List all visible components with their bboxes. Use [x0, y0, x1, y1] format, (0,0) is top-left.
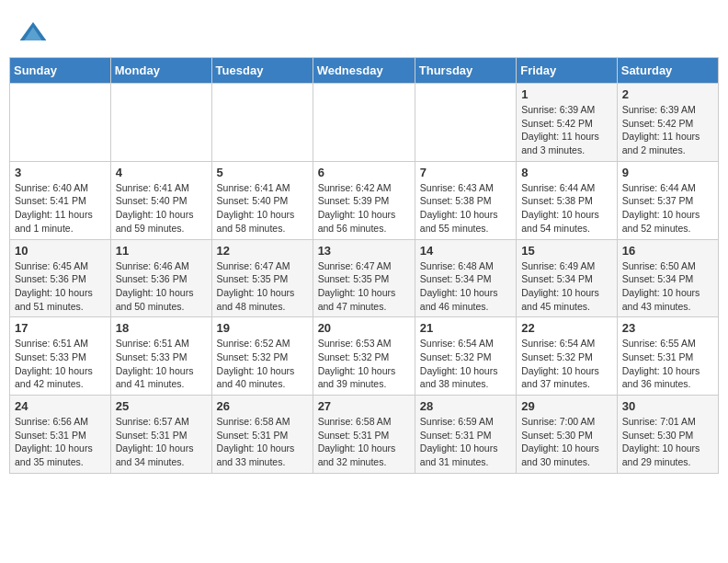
calendar-body: 1Sunrise: 6:39 AMSunset: 5:42 PMDaylight… [10, 84, 719, 474]
calendar-cell: 11Sunrise: 6:46 AMSunset: 5:36 PMDayligh… [110, 239, 211, 317]
day-number: 9 [622, 166, 713, 179]
calendar-cell: 20Sunrise: 6:53 AMSunset: 5:32 PMDayligh… [313, 317, 415, 396]
weekday-header-row: SundayMondayTuesdayWednesdayThursdayFrid… [10, 58, 719, 84]
day-number: 6 [318, 166, 410, 179]
calendar-cell: 13Sunrise: 6:47 AMSunset: 5:35 PMDayligh… [313, 239, 415, 317]
day-number: 19 [217, 321, 308, 335]
calendar-cell [10, 84, 111, 162]
calendar-cell: 18Sunrise: 6:51 AMSunset: 5:33 PMDayligh… [110, 317, 211, 396]
day-number: 4 [116, 166, 207, 179]
calendar-cell: 29Sunrise: 7:00 AMSunset: 5:30 PMDayligh… [517, 396, 618, 474]
day-info: Sunrise: 6:44 AMSunset: 5:37 PMDaylight:… [622, 181, 713, 236]
day-info: Sunrise: 6:42 AMSunset: 5:39 PMDaylight:… [318, 181, 410, 236]
day-number: 7 [420, 166, 511, 179]
day-number: 11 [116, 244, 207, 258]
day-number: 16 [622, 244, 713, 258]
calendar-cell: 8Sunrise: 6:44 AMSunset: 5:38 PMDaylight… [517, 161, 618, 239]
day-info: Sunrise: 7:01 AMSunset: 5:30 PMDaylight:… [622, 415, 713, 469]
day-info: Sunrise: 6:56 AMSunset: 5:31 PMDaylight:… [15, 415, 106, 469]
calendar-cell: 22Sunrise: 6:54 AMSunset: 5:32 PMDayligh… [517, 317, 618, 396]
day-info: Sunrise: 6:39 AMSunset: 5:42 PMDaylight:… [622, 103, 713, 157]
day-number: 15 [521, 244, 612, 258]
day-info: Sunrise: 6:58 AMSunset: 5:31 PMDaylight:… [217, 415, 308, 469]
day-number: 28 [420, 399, 511, 413]
day-number: 20 [318, 321, 410, 335]
calendar-week-4: 17Sunrise: 6:51 AMSunset: 5:33 PMDayligh… [10, 317, 719, 396]
calendar-cell: 21Sunrise: 6:54 AMSunset: 5:32 PMDayligh… [415, 317, 516, 396]
day-info: Sunrise: 6:44 AMSunset: 5:38 PMDaylight:… [521, 181, 612, 236]
day-number: 3 [15, 166, 106, 179]
day-number: 12 [217, 244, 308, 258]
calendar-cell: 28Sunrise: 6:59 AMSunset: 5:31 PMDayligh… [415, 396, 516, 474]
calendar-cell: 1Sunrise: 6:39 AMSunset: 5:42 PMDaylight… [517, 84, 618, 162]
day-info: Sunrise: 6:51 AMSunset: 5:33 PMDaylight:… [116, 337, 207, 391]
calendar-cell: 9Sunrise: 6:44 AMSunset: 5:37 PMDaylight… [617, 161, 718, 239]
calendar-week-5: 24Sunrise: 6:56 AMSunset: 5:31 PMDayligh… [10, 396, 719, 474]
day-info: Sunrise: 6:58 AMSunset: 5:31 PMDaylight:… [318, 415, 410, 469]
day-info: Sunrise: 6:41 AMSunset: 5:40 PMDaylight:… [116, 181, 207, 236]
day-info: Sunrise: 6:48 AMSunset: 5:34 PMDaylight:… [420, 259, 511, 314]
calendar-cell: 16Sunrise: 6:50 AMSunset: 5:34 PMDayligh… [617, 239, 718, 317]
day-number: 29 [521, 399, 612, 413]
day-info: Sunrise: 6:50 AMSunset: 5:34 PMDaylight:… [622, 259, 713, 314]
weekday-header-sunday: Sunday [10, 58, 111, 84]
day-info: Sunrise: 6:40 AMSunset: 5:41 PMDaylight:… [15, 181, 106, 236]
day-number: 10 [15, 244, 106, 258]
weekday-header-thursday: Thursday [415, 58, 516, 84]
day-number: 14 [420, 244, 511, 258]
day-info: Sunrise: 6:41 AMSunset: 5:40 PMDaylight:… [217, 181, 308, 236]
calendar-cell: 23Sunrise: 6:55 AMSunset: 5:31 PMDayligh… [617, 317, 718, 396]
day-info: Sunrise: 6:53 AMSunset: 5:32 PMDaylight:… [318, 337, 410, 391]
weekday-header-monday: Monday [110, 58, 211, 84]
day-info: Sunrise: 6:59 AMSunset: 5:31 PMDaylight:… [420, 415, 511, 469]
day-info: Sunrise: 6:47 AMSunset: 5:35 PMDaylight:… [318, 259, 410, 314]
calendar-cell: 2Sunrise: 6:39 AMSunset: 5:42 PMDaylight… [617, 84, 718, 162]
day-info: Sunrise: 6:43 AMSunset: 5:38 PMDaylight:… [420, 181, 511, 236]
calendar-cell: 30Sunrise: 7:01 AMSunset: 5:30 PMDayligh… [617, 396, 718, 474]
calendar-cell: 17Sunrise: 6:51 AMSunset: 5:33 PMDayligh… [10, 317, 111, 396]
calendar-cell [313, 84, 415, 162]
calendar-week-2: 3Sunrise: 6:40 AMSunset: 5:41 PMDaylight… [10, 161, 719, 239]
day-info: Sunrise: 6:46 AMSunset: 5:36 PMDaylight:… [116, 259, 207, 314]
logo-icon [18, 18, 48, 48]
day-number: 18 [116, 321, 207, 335]
calendar-week-1: 1Sunrise: 6:39 AMSunset: 5:42 PMDaylight… [10, 84, 719, 162]
day-info: Sunrise: 6:45 AMSunset: 5:36 PMDaylight:… [15, 259, 106, 314]
day-info: Sunrise: 6:39 AMSunset: 5:42 PMDaylight:… [521, 103, 612, 157]
day-info: Sunrise: 6:52 AMSunset: 5:32 PMDaylight:… [217, 337, 308, 391]
weekday-header-friday: Friday [517, 58, 618, 84]
calendar-cell [415, 84, 516, 162]
day-number: 17 [15, 321, 106, 335]
calendar-cell: 5Sunrise: 6:41 AMSunset: 5:40 PMDaylight… [211, 161, 313, 239]
calendar-cell: 6Sunrise: 6:42 AMSunset: 5:39 PMDaylight… [313, 161, 415, 239]
day-number: 8 [521, 166, 612, 179]
calendar-cell: 7Sunrise: 6:43 AMSunset: 5:38 PMDaylight… [415, 161, 516, 239]
day-number: 13 [318, 244, 410, 258]
day-number: 22 [521, 321, 612, 335]
calendar-cell: 25Sunrise: 6:57 AMSunset: 5:31 PMDayligh… [110, 396, 211, 474]
calendar-cell: 4Sunrise: 6:41 AMSunset: 5:40 PMDaylight… [110, 161, 211, 239]
page-header [9, 9, 719, 52]
day-number: 5 [217, 166, 308, 179]
calendar-cell [110, 84, 211, 162]
day-number: 26 [217, 399, 308, 413]
day-info: Sunrise: 6:49 AMSunset: 5:34 PMDaylight:… [521, 259, 612, 314]
day-number: 21 [420, 321, 511, 335]
day-info: Sunrise: 7:00 AMSunset: 5:30 PMDaylight:… [521, 415, 612, 469]
day-number: 30 [622, 399, 713, 413]
weekday-header-tuesday: Tuesday [211, 58, 313, 84]
day-number: 24 [15, 399, 106, 413]
day-info: Sunrise: 6:54 AMSunset: 5:32 PMDaylight:… [420, 337, 511, 391]
weekday-header-wednesday: Wednesday [313, 58, 415, 84]
calendar-cell: 19Sunrise: 6:52 AMSunset: 5:32 PMDayligh… [211, 317, 313, 396]
day-number: 2 [622, 87, 713, 101]
day-number: 25 [116, 399, 207, 413]
calendar-cell: 26Sunrise: 6:58 AMSunset: 5:31 PMDayligh… [211, 396, 313, 474]
calendar-cell: 10Sunrise: 6:45 AMSunset: 5:36 PMDayligh… [10, 239, 111, 317]
calendar-week-3: 10Sunrise: 6:45 AMSunset: 5:36 PMDayligh… [10, 239, 719, 317]
day-number: 23 [622, 321, 713, 335]
calendar-cell: 15Sunrise: 6:49 AMSunset: 5:34 PMDayligh… [517, 239, 618, 317]
calendar-cell [211, 84, 313, 162]
calendar-cell: 27Sunrise: 6:58 AMSunset: 5:31 PMDayligh… [313, 396, 415, 474]
day-info: Sunrise: 6:47 AMSunset: 5:35 PMDaylight:… [217, 259, 308, 314]
